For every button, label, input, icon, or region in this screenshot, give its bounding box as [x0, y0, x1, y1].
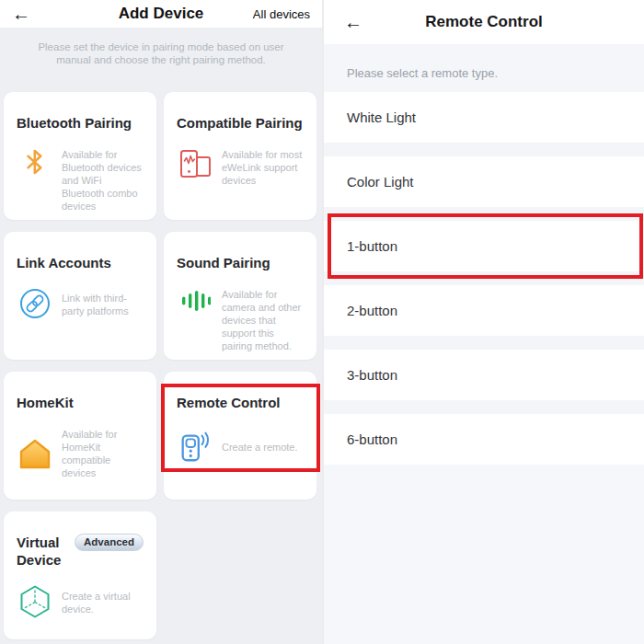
card-bluetooth-pairing[interactable]: Bluetooth Pairing Available for Bluetoot… — [4, 92, 156, 220]
add-device-screen: ← Add Device All devices Please set the … — [0, 0, 322, 644]
card-title: Sound Pairing — [177, 254, 304, 271]
card-description: Link with third-party platforms — [62, 291, 144, 317]
card-description: Create a virtual device. — [62, 589, 144, 615]
card-title: Link Accounts — [17, 254, 144, 271]
list-item-2-button[interactable]: 2-button — [324, 285, 644, 336]
list-item-3-button[interactable]: 3-button — [324, 350, 644, 400]
homekit-house-icon — [17, 437, 53, 470]
remote-type-list: White Light Color Light 1-button 2-butto… — [324, 92, 644, 644]
card-description: Available for HomeKit compatible devices — [62, 427, 144, 479]
sound-waves-icon — [177, 287, 213, 315]
list-divider — [324, 143, 644, 156]
list-divider — [324, 271, 644, 285]
virtual-cube-icon — [17, 584, 53, 619]
remote-control-header: ← Remote Control — [324, 0, 644, 44]
card-description: Create a remote. — [222, 440, 298, 454]
list-item-white-light[interactable]: White Light — [324, 92, 644, 143]
card-title: Virtual Device — [17, 534, 75, 569]
card-description: Available for camera and other devices t… — [222, 287, 304, 352]
link-icon — [17, 287, 53, 320]
card-compatible-pairing[interactable]: Compatible Pairing Available for most eW… — [164, 92, 316, 220]
card-homekit[interactable]: HomeKit Availabl — [4, 372, 156, 500]
pairing-instructions: Please set the device in pairing mode ba… — [0, 28, 322, 88]
all-devices-link[interactable]: All devices — [253, 7, 310, 21]
add-device-header: ← Add Device All devices — [0, 0, 322, 28]
remote-control-screen: ← Remote Control Please select a remote … — [322, 0, 644, 644]
card-title: Bluetooth Pairing — [17, 114, 144, 132]
card-title: HomeKit — [17, 394, 144, 411]
card-title: Compatible Pairing — [177, 114, 304, 132]
list-divider — [324, 207, 644, 221]
list-item-1-button[interactable]: 1-button — [324, 221, 644, 271]
list-item-color-light[interactable]: Color Light — [324, 156, 644, 207]
card-title: Remote Control — [177, 394, 304, 411]
dual-screenshot-stage: ← Add Device All devices Please set the … — [0, 0, 644, 644]
remote-control-icon — [177, 427, 213, 466]
list-item-6-button[interactable]: 6-button — [324, 414, 644, 465]
list-footer-space — [324, 465, 644, 644]
card-virtual-device[interactable]: Virtual Device Advanced Create a virtual… — [4, 512, 156, 639]
remote-type-instructions: Please select a remote type. — [324, 44, 644, 92]
card-description: Available for most eWeLink support devic… — [222, 147, 304, 187]
card-link-accounts[interactable]: Link Accounts Link with third-party plat… — [4, 232, 156, 360]
pairing-method-grid: Bluetooth Pairing Available for Bluetoot… — [0, 88, 322, 644]
list-divider — [324, 400, 644, 414]
card-sound-pairing[interactable]: Sound Pairing Available for camera and o… — [164, 232, 316, 360]
page-title: Remote Control — [324, 13, 644, 31]
card-description: Available for Bluetooth devices and WiFi… — [62, 147, 144, 213]
bluetooth-icon — [17, 147, 53, 177]
advanced-badge: Advanced — [75, 534, 144, 551]
list-divider — [324, 336, 644, 350]
compatible-pairing-icon — [177, 147, 213, 180]
card-remote-control[interactable]: Remote Control Create a remote. — [164, 372, 316, 500]
